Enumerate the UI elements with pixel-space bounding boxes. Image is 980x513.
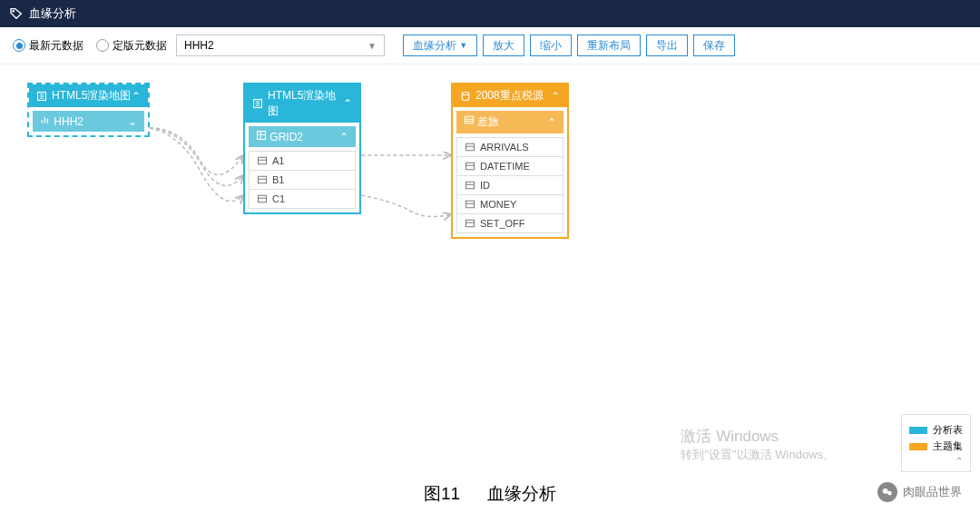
caption-number: 图11 (424, 482, 460, 506)
svg-rect-13 (466, 220, 475, 227)
table-row[interactable]: C1 (249, 190, 356, 209)
chevron-down-icon: ⌄ (128, 115, 137, 128)
table-row[interactable]: ID (456, 176, 564, 195)
analysis-button[interactable]: 血缘分析 ▼ (403, 35, 477, 56)
node-sub-label: 差旅 (477, 115, 499, 128)
table-row[interactable]: ARRIVALS (456, 137, 564, 157)
legend-label: 分析表 (933, 423, 963, 437)
table-row[interactable]: SET_OFF (456, 214, 564, 233)
report-icon (252, 98, 263, 109)
wechat-name: 肉眼品世界 (903, 484, 962, 500)
wechat-icon (877, 482, 897, 502)
svg-point-0 (13, 11, 14, 12)
button-group: 血缘分析 ▼ 放大 缩小 重新布局 导出 保存 (403, 35, 735, 56)
entity-dropdown[interactable]: HHH2 ▼ (176, 35, 385, 56)
save-button[interactable]: 保存 (693, 35, 735, 56)
chevron-up-icon: ⌃ (343, 97, 352, 110)
chevron-up-icon[interactable]: ⌃ (909, 456, 963, 466)
grid-icon (256, 130, 267, 141)
watermark-sub: 转到"设置"以激活 Windows。 (681, 447, 835, 463)
windows-watermark: 激活 Windows 转到"设置"以激活 Windows。 (681, 426, 835, 463)
tag-icon (9, 6, 24, 21)
field-icon (465, 180, 475, 191)
chevron-up-icon: ⌃ (551, 90, 560, 103)
field-icon (465, 142, 475, 153)
chevron-down-icon: ▼ (459, 41, 467, 50)
svg-rect-12 (466, 201, 475, 208)
db-icon (460, 91, 471, 102)
table-icon (464, 114, 475, 125)
radio-latest-label: 最新元数据 (29, 38, 83, 54)
swatch-orange (909, 443, 927, 450)
svg-point-14 (883, 488, 888, 494)
figure-caption: 图11 血缘分析 (424, 482, 556, 506)
chevron-up-icon: ⌃ (132, 90, 141, 103)
chevron-up-icon: ⌃ (339, 131, 348, 143)
node-sub[interactable]: GRID2 ⌃ (249, 126, 356, 147)
svg-point-7 (462, 92, 469, 94)
table-row[interactable]: A1 (249, 151, 356, 171)
node-title: HTML5渲染地图 (52, 88, 131, 104)
chart-icon (40, 114, 51, 125)
legend-item: 主题集 (909, 439, 963, 453)
svg-rect-11 (466, 182, 475, 189)
caption-text: 血缘分析 (487, 482, 556, 506)
watermark-title: 激活 Windows (681, 426, 835, 447)
svg-rect-10 (466, 163, 475, 170)
zoom-in-button[interactable]: 放大 (483, 35, 524, 56)
field-icon (257, 174, 268, 185)
svg-rect-6 (259, 195, 267, 202)
app-header: 血缘分析 (0, 0, 980, 27)
svg-rect-8 (466, 116, 474, 123)
legend-panel[interactable]: 分析表 主题集 ⌃ (901, 414, 971, 472)
svg-rect-5 (259, 176, 267, 183)
toolbar: 最新元数据 定版元数据 HHH2 ▼ 血缘分析 ▼ 放大 缩小 重新布局 导出 … (0, 27, 980, 64)
node-sub-label: GRID2 (270, 131, 303, 143)
legend-item: 分析表 (909, 423, 963, 437)
radio-fixed-label: 定版元数据 (113, 38, 167, 54)
radio-group: 最新元数据 定版元数据 (13, 38, 167, 54)
node-header[interactable]: HTML5渲染地图 ⌃ (245, 84, 359, 123)
node-title: HTML5渲染地图 (268, 88, 343, 119)
svg-point-15 (887, 491, 892, 496)
table-row[interactable]: B1 (249, 171, 356, 190)
radio-dot-icon (96, 39, 109, 52)
wechat-badge: 肉眼品世界 (877, 482, 962, 502)
field-icon (257, 193, 268, 204)
svg-rect-3 (258, 132, 266, 140)
chevron-down-icon: ▼ (368, 41, 377, 51)
zoom-out-button[interactable]: 缩小 (530, 35, 572, 56)
row-list: ARRIVALS DATETIME ID MONEY SET_OFF (453, 137, 567, 237)
field-icon (465, 218, 475, 229)
swatch-cyan (909, 427, 927, 434)
relayout-button[interactable]: 重新布局 (577, 35, 641, 56)
table-row[interactable]: MONEY (456, 195, 564, 214)
node-sub-label: HHH2 (54, 115, 83, 128)
radio-fixed[interactable]: 定版元数据 (96, 38, 167, 54)
dropdown-value: HHH2 (184, 39, 214, 52)
svg-rect-9 (466, 143, 475, 151)
field-icon (465, 199, 475, 210)
report-icon (36, 91, 47, 102)
node-right[interactable]: 2008重点税源 ⌃ 差旅 ⌃ ARRIVALS DATETIME ID MON… (451, 83, 569, 239)
node-header[interactable]: HTML5渲染地图 ⌃ (29, 84, 148, 107)
chevron-up-icon: ⌃ (547, 116, 556, 129)
export-button[interactable]: 导出 (646, 35, 688, 56)
node-middle[interactable]: HTML5渲染地图 ⌃ GRID2 ⌃ A1 B1 C1 (243, 83, 361, 214)
node-sub[interactable]: HHH2 ⌄ (33, 111, 144, 132)
node-title: 2008重点税源 (475, 88, 544, 104)
table-row[interactable]: DATETIME (456, 157, 564, 176)
row-list: A1 B1 C1 (245, 151, 359, 212)
field-icon (465, 161, 475, 172)
radio-latest[interactable]: 最新元数据 (13, 38, 83, 54)
node-sub[interactable]: 差旅 ⌃ (456, 111, 564, 133)
node-header[interactable]: 2008重点税源 ⌃ (453, 84, 567, 107)
header-title: 血缘分析 (29, 5, 76, 22)
radio-dot-icon (13, 39, 25, 52)
field-icon (257, 155, 268, 166)
node-left[interactable]: HTML5渲染地图 ⌃ HHH2 ⌄ (27, 83, 150, 137)
svg-rect-4 (259, 157, 267, 164)
legend-label: 主题集 (933, 439, 963, 453)
